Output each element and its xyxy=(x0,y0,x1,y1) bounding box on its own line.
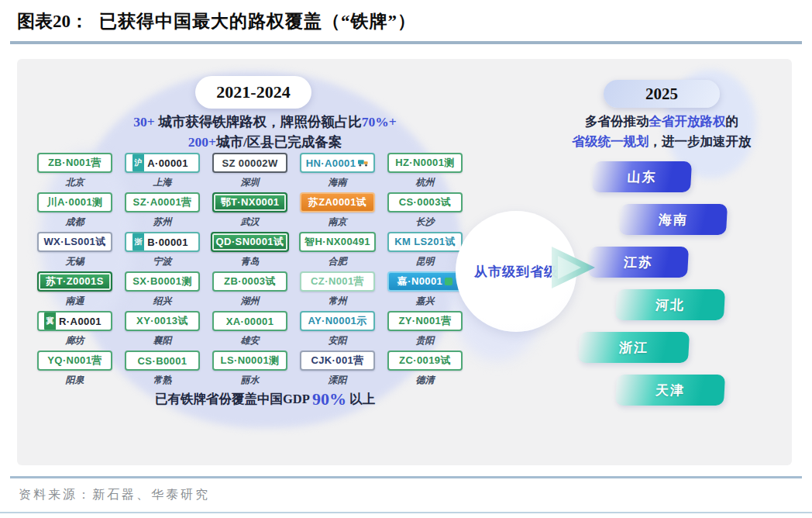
province-ribbon: 山东 xyxy=(592,161,692,192)
province-label: 江苏 xyxy=(623,254,653,271)
gdp-caption: 已有铁牌省份覆盖中国GDP 90% 以上 xyxy=(56,389,474,409)
period-badge-2025: 2025 xyxy=(604,80,720,108)
city-label: 北京 xyxy=(66,176,84,189)
plate-cell: YQ·N001营阳泉 xyxy=(31,351,119,390)
text-part: 70%+ xyxy=(362,114,397,130)
city-label: 溧阳 xyxy=(329,374,347,387)
province-list: 山东海南江苏河北浙江天津 xyxy=(575,160,792,420)
plate-number: 苏ZA0001试 xyxy=(308,195,366,209)
province-ribbon: 天津 xyxy=(615,375,725,406)
plate-number: HN·A0001 xyxy=(306,157,356,169)
plate-number: ZY·N001营 xyxy=(398,314,451,328)
plate-cell: HZ·N0001测杭州 xyxy=(381,153,469,192)
license-plate: 嘉·N0001 xyxy=(387,271,463,292)
plate-number: 智H·NX00491 xyxy=(304,235,370,249)
plate-cell: ZC·0019试德清 xyxy=(381,351,469,390)
right-intro-line2: 省级统一规划，进一步加速开放 xyxy=(538,132,786,152)
license-plate: 沪A·00001 xyxy=(125,153,200,173)
plate-number: 川A·0001测 xyxy=(47,195,103,209)
license-plate: LS·N0001测 xyxy=(212,351,287,371)
city-label: 武汉 xyxy=(241,216,260,229)
left-intro-line1: 30+ 城市获得铁牌路权，牌照份额占比70%+ xyxy=(56,112,474,132)
plate-number: SZ·A0001营 xyxy=(133,195,192,209)
city-label: 襄阳 xyxy=(153,334,172,347)
right-intro-text: 多省份推动全省开放路权的 省级统一规划，进一步加速开放 xyxy=(538,112,786,152)
plate-number: AY·N0001示 xyxy=(308,314,366,328)
plate-number: HZ·N0001测 xyxy=(395,156,455,170)
province-label: 浙江 xyxy=(618,339,649,357)
plate-number: XY·0013试 xyxy=(136,314,188,328)
license-plate: CS·0003试 xyxy=(387,192,463,212)
plate-region-tab: 冀 xyxy=(44,313,56,330)
text-part: 城市获得铁牌路权，牌照份额占比 xyxy=(158,114,362,130)
text-part: ，进一步加速开放 xyxy=(649,134,752,149)
province-label: 山东 xyxy=(627,168,657,186)
text-part: 多省份推动 xyxy=(585,114,649,129)
license-plate: ZY·N001营 xyxy=(387,311,463,331)
plate-number: CS·0003试 xyxy=(399,195,452,209)
city-label: 雄安 xyxy=(241,334,260,347)
plate-grid: ZB·N001营北京沪A·00001上海SZ 00002W深圳HN·A0001海… xyxy=(31,153,470,390)
plate-number: 苏T·Z0001S xyxy=(46,275,103,288)
plate-number: 鄂T·NX0001 xyxy=(221,195,280,209)
license-plate: 冀R·A0001 xyxy=(37,311,112,331)
text-part: 已有铁牌省份覆盖中国GDP xyxy=(155,392,312,406)
license-plate: ZB·0003试 xyxy=(212,271,287,292)
text-part: 的 xyxy=(726,114,739,129)
figure-label: 图表20： xyxy=(17,12,88,31)
plate-cell: WX·LS001试无锡 xyxy=(31,232,119,271)
plate-number: WX·LS001试 xyxy=(43,235,105,249)
city-label: 宁波 xyxy=(153,255,172,268)
footer-bottom-divider xyxy=(0,512,812,513)
plate-cell: AY·N0001示安阳 xyxy=(294,311,381,351)
plate-number: SZ 00002W xyxy=(222,157,277,169)
text-part: 以上 xyxy=(346,392,375,406)
text-part: 30+ xyxy=(133,114,158,130)
text-part: 全省开放路权 xyxy=(649,114,726,129)
license-plate: XY·0013试 xyxy=(125,311,200,331)
province-label: 海南 xyxy=(658,211,688,229)
city-label: 无锡 xyxy=(66,255,84,268)
plate-number: 嘉·N0001 xyxy=(397,275,442,288)
license-plate: AY·N0001示 xyxy=(300,311,375,331)
city-label: 丽水 xyxy=(241,374,260,387)
plate-cell: 智H·NX00491合肥 xyxy=(294,232,381,271)
period-badge-2021-2024: 2021-2024 xyxy=(195,76,311,109)
license-plate: 鄂T·NX0001 xyxy=(212,192,287,212)
license-plate: 苏ZA0001试 xyxy=(300,192,375,212)
plate-number: B·00001 xyxy=(147,237,188,248)
license-plate: QD·SN0001试 xyxy=(211,232,290,252)
text-part: 省级统一规划 xyxy=(573,134,649,149)
plate-cell: SZ·A0001营苏州 xyxy=(119,192,206,232)
left-intro-line2: 200+城市/区县已完成备案 xyxy=(56,132,474,152)
province-ribbon: 海南 xyxy=(619,204,728,235)
city-label: 南通 xyxy=(66,295,84,308)
plate-cell: ZB·0003试湖州 xyxy=(206,271,294,311)
text-part: 城市/区县已完成备案 xyxy=(216,134,342,150)
license-plate: SZ 00002W xyxy=(212,153,287,173)
source-line: 资料来源：新石器、华泰研究 xyxy=(19,487,210,503)
license-plate: CJK·001营 xyxy=(300,351,375,371)
license-plate: SX·B0001测 xyxy=(125,271,200,292)
plate-cell: 沪A·00001上海 xyxy=(119,153,206,192)
plate-cell: XY·0013试襄阳 xyxy=(119,311,206,351)
license-plate: HN·A0001 xyxy=(300,153,375,173)
province-ribbon: 江苏 xyxy=(588,247,689,278)
license-plate: KM LS201试 xyxy=(387,232,463,252)
figure-header: 图表20：已获得中国最大的路权覆盖（“铁牌”） xyxy=(17,9,800,33)
plate-cell: SZ 00002W深圳 xyxy=(206,153,294,192)
plate-cell: CJK·001营溧阳 xyxy=(294,351,381,390)
plate-cell: XA·00001雄安 xyxy=(206,311,294,351)
footer-divider xyxy=(10,476,802,478)
title-divider xyxy=(10,41,802,44)
plate-cell: CS·0003试长沙 xyxy=(381,192,469,232)
city-label: 嘉兴 xyxy=(416,295,435,308)
left-intro-text: 30+ 城市获得铁牌路权，牌照份额占比70%+ 200+城市/区县已完成备案 xyxy=(56,112,474,152)
plate-cell: 冀R·A0001廊坊 xyxy=(31,311,119,351)
plate-number: XA·00001 xyxy=(226,316,274,327)
plate-number: CS·B0001 xyxy=(138,355,188,367)
plate-cell: ZY·N001营贵阳 xyxy=(381,311,469,351)
plate-region-tab: 沪 xyxy=(132,154,144,171)
infographic-panel: 2021-2024 30+ 城市获得铁牌路权，牌照份额占比70%+ 200+城市… xyxy=(17,59,792,465)
text-part: 200+ xyxy=(188,134,216,150)
